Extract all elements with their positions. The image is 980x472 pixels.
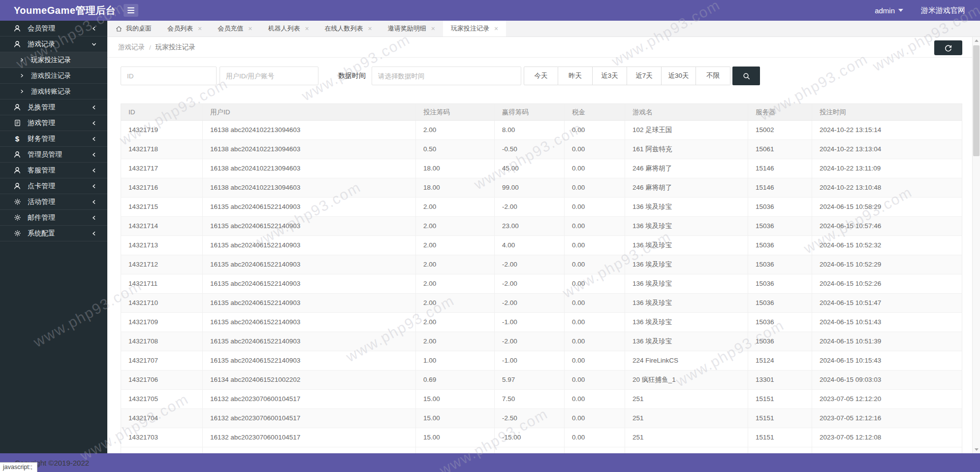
table-cell: 15036 xyxy=(748,236,812,255)
hamburger-menu-icon[interactable] xyxy=(124,4,138,17)
tab-player-bet-records[interactable]: 玩家投注记录× xyxy=(443,21,506,36)
user-icon xyxy=(13,40,21,48)
close-icon[interactable]: × xyxy=(248,25,252,32)
quick-button-unlimited[interactable]: 不限 xyxy=(696,67,730,85)
refresh-button[interactable] xyxy=(934,40,962,55)
table-cell: 2024-06-15 09:03:03 xyxy=(812,371,962,389)
sidebar-item-card-mgmt[interactable]: 点卡管理 xyxy=(0,178,107,194)
table-cell: 15036 xyxy=(748,332,812,351)
admin-user-dropdown[interactable]: admin xyxy=(875,6,903,15)
tab-robot-list[interactable]: 机器人列表× xyxy=(260,21,316,36)
sidebar-subitem-game-bet-records[interactable]: 游戏投注记录 xyxy=(0,68,107,84)
breadcrumb-parent[interactable]: 游戏记录 xyxy=(118,43,145,52)
table-cell: -15.00 xyxy=(495,428,565,447)
gear-icon xyxy=(13,198,21,206)
user-icon xyxy=(13,182,21,190)
tab-desktop[interactable]: 我的桌面 xyxy=(107,21,159,36)
sidebar-item-mail-mgmt[interactable]: 邮件管理 xyxy=(0,210,107,226)
gear-icon xyxy=(13,214,21,222)
table-cell: 0.00 xyxy=(565,351,625,370)
table-cell: 2.00 xyxy=(416,217,495,236)
scrollbar-down-arrow[interactable] xyxy=(973,446,980,453)
quick-button-yesterday[interactable]: 昨天 xyxy=(558,67,593,85)
table-cell: 246 麻将胡了 xyxy=(625,159,748,178)
scrollbar-thumb[interactable] xyxy=(973,45,980,156)
table-cell: 2.00 xyxy=(416,255,495,274)
table-cell: 0.00 xyxy=(565,332,625,351)
close-icon[interactable]: × xyxy=(198,25,202,32)
sidebar-item-exchange-mgmt[interactable]: 兑换管理 xyxy=(0,100,107,115)
table-cell: 136 埃及珍宝 xyxy=(625,217,748,236)
table-cell: 20 疯狂捕鱼_1 xyxy=(625,371,748,389)
close-icon[interactable]: × xyxy=(305,25,309,32)
quick-button-last-3d[interactable]: 近3天 xyxy=(593,67,627,85)
chevron-left-icon xyxy=(92,152,96,157)
close-icon[interactable]: × xyxy=(368,25,372,32)
table-cell: 5.97 xyxy=(495,371,565,389)
table-cell: 14321710 xyxy=(121,294,203,312)
close-icon[interactable]: × xyxy=(431,25,435,32)
table-cell: 15151 xyxy=(748,409,812,428)
table-cell: 251 xyxy=(625,409,748,428)
table-cell: 15151 xyxy=(748,390,812,408)
tab-member-recharge[interactable]: 会员充值× xyxy=(210,21,260,36)
sidebar-item-member-mgmt[interactable]: 会员管理 xyxy=(0,21,107,36)
table-cell: 16135 abc2024061522140903 xyxy=(203,332,416,351)
table-cell: 14321704 xyxy=(121,409,203,428)
sidebar-item-admin-mgmt[interactable]: 管理员管理 xyxy=(0,147,107,163)
tab-invite-reward-detail[interactable]: 邀请奖励明细× xyxy=(380,21,443,36)
close-icon[interactable]: × xyxy=(494,25,498,32)
table-cell: 16138 abc2024102213094603 xyxy=(203,121,416,139)
breadcrumb-separator: / xyxy=(149,44,151,51)
table-cell: 14321713 xyxy=(121,236,203,255)
tab-member-list[interactable]: 会员列表× xyxy=(159,21,210,36)
official-site-link[interactable]: 游米游戏官网 xyxy=(921,6,965,15)
table-cell: 15124 xyxy=(748,351,812,370)
sidebar-item-support-mgmt[interactable]: 客服管理 xyxy=(0,163,107,178)
sidebar-item-finance-mgmt[interactable]: $财务管理 xyxy=(0,131,107,147)
sidebar-item-label: 客服管理 xyxy=(28,166,92,175)
table-cell: 14321717 xyxy=(121,159,203,178)
table-cell: 0.00 xyxy=(565,198,625,216)
sidebar-item-activity-mgmt[interactable]: 活动管理 xyxy=(0,194,107,210)
table-cell: 2024-10-22 13:15:14 xyxy=(812,121,962,139)
sidebar-item-game-records[interactable]: 游戏记录 xyxy=(0,36,107,52)
table-cell: -1.00 xyxy=(495,351,565,370)
table-cell: 16135 abc2024061522140903 xyxy=(203,236,416,255)
sidebar-item-system-config[interactable]: 系统配置 xyxy=(0,226,107,241)
quick-button-last-7d[interactable]: 近7天 xyxy=(627,67,662,85)
table-cell: 2.00 xyxy=(416,198,495,216)
table-cell: 0.00 xyxy=(565,121,625,139)
refresh-icon xyxy=(944,43,953,53)
table-cell: 0.00 xyxy=(565,255,625,274)
table-cell: 16135 abc2024061522140903 xyxy=(203,294,416,312)
quick-button-last-30d[interactable]: 近30天 xyxy=(662,67,696,85)
tab-online-count-list[interactable]: 在线人数列表× xyxy=(317,21,380,36)
search-button[interactable] xyxy=(732,67,760,85)
table-cell: 18.00 xyxy=(416,159,495,178)
user-icon xyxy=(13,167,21,174)
sidebar-item-label: 系统配置 xyxy=(28,229,92,238)
sidebar-item-label: 点卡管理 xyxy=(28,182,92,191)
table-cell: 2023-07-05 12:12:20 xyxy=(812,390,962,408)
sidebar-item-game-mgmt[interactable]: 游戏管理 xyxy=(0,115,107,131)
user-id-input[interactable] xyxy=(220,67,318,85)
quick-button-today[interactable]: 今天 xyxy=(524,67,558,85)
date-range-input[interactable] xyxy=(372,67,521,85)
chevron-left-icon xyxy=(92,231,96,236)
table-cell: 2024-10-22 13:11:09 xyxy=(812,159,962,178)
sidebar-subitem-player-bet-records[interactable]: 玩家投注记录 xyxy=(0,52,107,68)
sidebar-item-label: 会员管理 xyxy=(28,24,92,33)
table-cell: 136 埃及珍宝 xyxy=(625,198,748,216)
id-input[interactable] xyxy=(121,67,217,85)
table-cell: 16135 abc2024061522140903 xyxy=(203,255,416,274)
sidebar-item-label: 兑换管理 xyxy=(28,103,92,112)
column-header: 游戏名 xyxy=(625,104,748,120)
sidebar-subitem-game-transfer-records[interactable]: 游戏转账记录 xyxy=(0,84,107,100)
table-cell: 16132 abc2023070600104517 xyxy=(203,409,416,428)
column-header: 投注筹码 xyxy=(416,104,495,120)
table-cell: 0.00 xyxy=(565,236,625,255)
chevron-left-icon xyxy=(92,200,96,204)
scrollbar-up-arrow[interactable] xyxy=(973,37,980,44)
user-icon xyxy=(13,151,21,159)
